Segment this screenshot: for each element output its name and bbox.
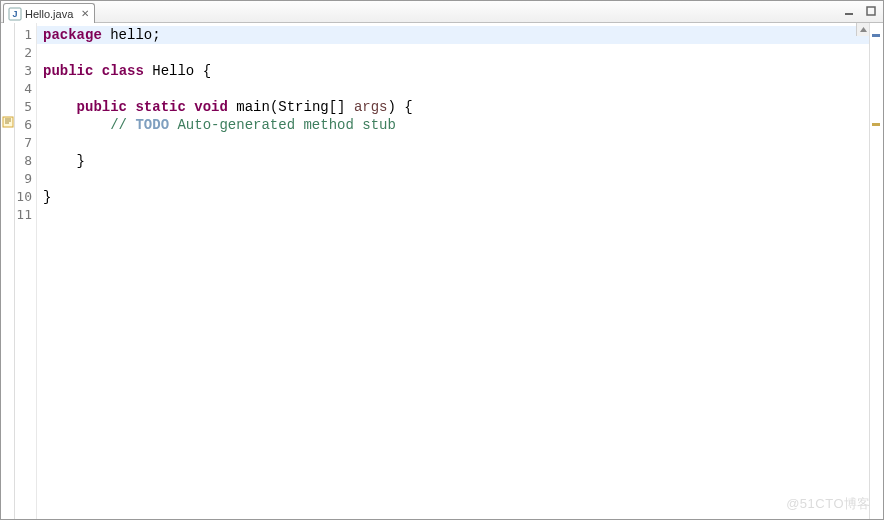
- line-number: 6: [15, 116, 36, 134]
- line-number: 8: [15, 152, 36, 170]
- editor-tab[interactable]: J Hello.java: [3, 3, 95, 23]
- close-icon[interactable]: [80, 9, 90, 19]
- code-line: public class Hello {: [37, 62, 869, 80]
- code-line: [37, 80, 869, 98]
- code-line: public static void main(String[] args) {: [37, 98, 869, 116]
- code-editor[interactable]: package hello; public class Hello { publ…: [37, 23, 869, 519]
- overview-ruler[interactable]: [869, 23, 883, 519]
- line-number: 11: [15, 206, 36, 224]
- line-number: 10: [15, 188, 36, 206]
- line-number: 3: [15, 62, 36, 80]
- code-line: [37, 44, 869, 62]
- code-line: // TODO Auto-generated method stub: [37, 116, 869, 134]
- line-number: 1: [15, 26, 36, 44]
- code-line: [37, 206, 869, 224]
- svg-rect-2: [845, 13, 853, 15]
- svg-rect-3: [867, 7, 875, 15]
- tab-bar: J Hello.java: [1, 1, 883, 23]
- maximize-button[interactable]: [863, 3, 879, 19]
- line-number: 5: [15, 98, 36, 116]
- svg-text:J: J: [12, 9, 17, 19]
- line-number: 4: [15, 80, 36, 98]
- code-line: }: [37, 152, 869, 170]
- line-number-gutter: 1 2 3 4 5 6 7 8 9 10 11: [15, 23, 37, 519]
- overview-warning-marker: [872, 123, 880, 126]
- line-number: 9: [15, 170, 36, 188]
- code-line: }: [37, 188, 869, 206]
- overview-current-line-marker: [872, 34, 880, 37]
- warning-marker-icon[interactable]: [2, 116, 14, 128]
- code-line: [37, 170, 869, 188]
- editor-area: 1 2 3 4 5 6 7 8 9 10 11 package hello; p…: [1, 23, 883, 519]
- line-number: 2: [15, 44, 36, 62]
- code-line: package hello;: [37, 26, 869, 44]
- tab-filename: Hello.java: [25, 8, 73, 20]
- annotation-ruler: [1, 23, 15, 519]
- minimize-button[interactable]: [841, 3, 857, 19]
- code-line: [37, 134, 869, 152]
- line-number: 7: [15, 134, 36, 152]
- watermark-text: @51CTO博客: [786, 495, 871, 513]
- java-file-icon: J: [8, 7, 22, 21]
- scroll-up-button[interactable]: [856, 23, 869, 36]
